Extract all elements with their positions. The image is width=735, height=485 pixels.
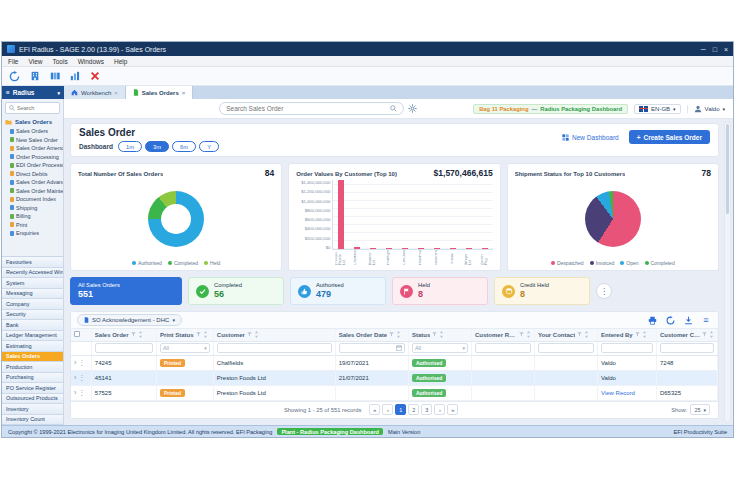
create-sales-order-button[interactable]: + Create Sales Order <box>629 130 710 144</box>
filter-select-print-status[interactable]: All▾ <box>160 343 210 353</box>
row-menu-icon[interactable]: ⋮ <box>78 359 85 366</box>
sort-icon[interactable] <box>254 331 259 338</box>
page-button-2[interactable]: 2 <box>408 404 419 415</box>
column-header-customer-code[interactable]: Customer Code <box>656 329 717 341</box>
tab-workbench[interactable]: Workbench× <box>64 86 126 99</box>
filter-input-sales-order[interactable] <box>95 343 153 353</box>
exit-icon[interactable] <box>87 69 102 84</box>
tab-sales-orders[interactable]: Sales Orders× <box>126 86 194 99</box>
tree-item-billing[interactable]: Billing <box>2 212 63 221</box>
sidebar-section-system[interactable]: System <box>2 278 63 289</box>
row-menu-icon[interactable]: ⋮ <box>78 389 85 396</box>
tree-item-direct-debits[interactable]: Direct Debits <box>2 170 63 179</box>
filter-date-sales-order-date[interactable] <box>339 343 405 353</box>
company-icon[interactable] <box>27 69 42 84</box>
expand-row-icon[interactable]: › <box>74 389 76 396</box>
filter-icon[interactable] <box>247 332 252 337</box>
expand-row-icon[interactable]: › <box>74 374 76 381</box>
prev-page-button[interactable]: ‹ <box>382 404 393 415</box>
close-button[interactable]: × <box>724 46 728 53</box>
sort-icon[interactable] <box>138 331 143 338</box>
range-button-y[interactable]: Y <box>199 141 219 152</box>
print-icon[interactable] <box>646 314 658 326</box>
menu-tools[interactable]: Tools <box>52 58 67 65</box>
filter-icon[interactable] <box>519 332 524 337</box>
view-record-link[interactable]: View Record <box>601 390 635 396</box>
page-size-value[interactable]: 25 ▾ <box>690 404 710 415</box>
sidebar-section-inventory[interactable]: Inventory <box>2 404 63 415</box>
page-size-select[interactable]: Show: 25 ▾ <box>671 404 710 415</box>
page-button-1[interactable]: 1 <box>395 404 406 415</box>
sidebar-section-ledger-management[interactable]: Ledger Management <box>2 331 63 342</box>
status-card-completed[interactable]: Completed56 <box>188 277 284 305</box>
select-all-checkbox[interactable] <box>74 331 80 337</box>
tree-item-sales-order-maintenance[interactable]: Sales Order Maintenance <box>2 187 63 196</box>
filter-icon[interactable] <box>635 332 640 337</box>
expand-row-icon[interactable]: › <box>74 359 76 366</box>
sidebar-section-security[interactable]: Security <box>2 310 63 321</box>
tree-item-order-processing[interactable]: Order Processing <box>2 153 63 162</box>
refresh-icon[interactable] <box>7 69 22 84</box>
column-header-entered-by[interactable]: Entered By <box>598 329 657 341</box>
user-menu[interactable]: Valdo ▾ <box>687 105 725 113</box>
status-card-authorised[interactable]: Authorised479 <box>290 277 386 305</box>
sidebar-section-estimating[interactable]: Estimating <box>2 341 63 352</box>
table-row-74245[interactable]: ›⋮74245PrintedChalfields19/07/2021Author… <box>71 355 718 370</box>
tree-item-sales-orders[interactable]: Sales Orders <box>2 127 63 136</box>
new-dashboard-link[interactable]: New Dashboard <box>562 134 619 141</box>
sort-icon[interactable] <box>709 331 714 338</box>
sidebar-section-outsourced-products[interactable]: Outsourced Products <box>2 394 63 405</box>
chart-icon[interactable] <box>67 69 82 84</box>
table-row-45141[interactable]: ›⋮45141Preston Foods Ltd21/07/2021Author… <box>71 370 718 385</box>
menu-file[interactable]: File <box>8 58 18 65</box>
sort-icon[interactable] <box>584 331 589 338</box>
sidebar-section-bank[interactable]: Bank <box>2 320 63 331</box>
status-card-held[interactable]: Held8 <box>392 277 488 305</box>
filter-icon[interactable] <box>196 332 201 337</box>
column-header-sales-order-date[interactable]: Sales Order Date <box>335 329 408 341</box>
sidebar-section-production[interactable]: Production <box>2 362 63 373</box>
vertical-scrollbar[interactable] <box>724 121 731 423</box>
filter-icon[interactable] <box>702 332 707 337</box>
more-status-cards-button[interactable]: ⋮ <box>596 283 612 299</box>
menu-icon[interactable]: ≡ <box>700 314 712 326</box>
sidebar-search[interactable] <box>5 102 60 114</box>
so-acknowledgement-button[interactable]: SO Acknowledgement - DHC ▾ <box>77 314 182 326</box>
filter-input-customer-return[interactable] <box>475 343 531 353</box>
gear-icon[interactable] <box>408 104 417 113</box>
tree-item-enquiries[interactable]: Enquiries <box>2 229 63 238</box>
column-header-print-status[interactable]: Print Status <box>156 329 213 341</box>
filter-select-status[interactable]: All▾ <box>412 343 468 353</box>
scrollbar-thumb[interactable] <box>726 124 729 214</box>
range-button-1m[interactable]: 1m <box>118 141 142 152</box>
titlebar[interactable]: EFI Radius - SAGE 2.00 (13.99) - Sales O… <box>2 42 733 56</box>
column-header-customer[interactable]: Customer <box>213 329 335 341</box>
sort-icon[interactable] <box>203 331 208 338</box>
refresh-icon[interactable] <box>664 314 676 326</box>
filter-icon[interactable] <box>131 332 136 337</box>
filter-input-customer-code[interactable] <box>660 343 714 353</box>
status-card-all-sales-orders[interactable]: All Sales Orders551 <box>70 277 182 305</box>
sidebar-section-sales-orders[interactable]: Sales Orders <box>2 352 63 363</box>
column-header-sales-order[interactable]: Sales Order <box>91 329 156 341</box>
range-button-6m[interactable]: 6m <box>172 141 196 152</box>
tab-close-icon[interactable]: × <box>114 90 118 96</box>
minimize-button[interactable]: ─ <box>701 46 706 53</box>
sidebar-section-recently-accessed-windows[interactable]: Recently Accessed Windows <box>2 268 63 279</box>
brand-menu[interactable]: ≡ Radius ▾ <box>2 86 64 99</box>
tab-close-icon[interactable]: × <box>182 90 186 96</box>
select-all-header[interactable] <box>71 329 91 341</box>
download-icon[interactable] <box>682 314 694 326</box>
tree-header[interactable]: Sales Orders <box>2 117 63 127</box>
language-selector[interactable]: EN-GB ▾ <box>634 104 681 114</box>
sort-icon[interactable] <box>439 331 444 338</box>
menu-help[interactable]: Help <box>114 58 127 65</box>
sidebar-section-messaging[interactable]: Messaging <box>2 289 63 300</box>
last-page-button[interactable]: » <box>447 404 458 415</box>
tree-item-sales-order-amendment[interactable]: Sales Order Amendment <box>2 144 63 153</box>
filter-icon[interactable] <box>432 332 437 337</box>
column-header-your-contact[interactable]: Your Contact <box>534 329 597 341</box>
tree-item-document-index[interactable]: Document Index <box>2 195 63 204</box>
search-input[interactable] <box>226 105 387 112</box>
tree-item-print[interactable]: Print <box>2 221 63 230</box>
